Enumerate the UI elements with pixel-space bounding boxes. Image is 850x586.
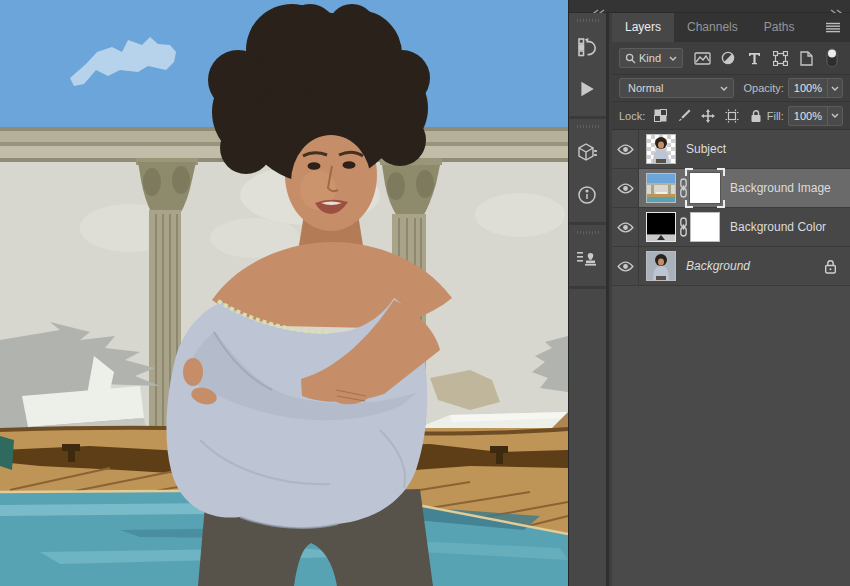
blend-mode-row: Normal Opacity: 100% (612, 75, 850, 102)
blend-mode-select[interactable]: Normal (619, 78, 734, 98)
strip-group-1 (569, 13, 606, 119)
tab-channels[interactable]: Channels (674, 13, 751, 42)
filter-shape-layers-icon[interactable] (769, 47, 791, 69)
lock-buttons (651, 107, 765, 125)
layer-row-background[interactable]: Background (612, 247, 850, 286)
layer-thumbnail-background-image[interactable] (646, 173, 676, 203)
info-panel-icon[interactable] (569, 174, 605, 216)
mask-link-icon[interactable] (676, 217, 690, 237)
layer-row-subject[interactable]: Subject (612, 130, 850, 169)
collapsed-panel-strip (569, 13, 609, 586)
search-icon (625, 53, 636, 64)
filter-smart-objects-icon[interactable] (795, 47, 817, 69)
lock-transparency-icon[interactable] (651, 107, 669, 125)
actions-panel-icon[interactable] (569, 68, 605, 110)
dock-header (569, 0, 850, 13)
opacity-label: Opacity: (744, 82, 784, 94)
blend-mode-value: Normal (625, 82, 720, 94)
chevron-down-icon[interactable] (827, 107, 842, 125)
drag-handle[interactable] (577, 19, 599, 22)
layer-thumbnail-background[interactable] (646, 251, 676, 281)
strip-group-3 (569, 225, 606, 289)
fill-value: 100% (789, 107, 827, 125)
opacity-value: 100% (789, 79, 827, 97)
fill-label: Fill: (767, 110, 784, 122)
layer-filter-row: Kind (612, 42, 850, 75)
layers-list: Subject (612, 130, 850, 586)
filter-type-icons (691, 47, 843, 69)
filter-adjustment-layers-icon[interactable] (717, 47, 739, 69)
lock-row: Lock: (612, 102, 850, 130)
visibility-eye-icon[interactable] (612, 247, 639, 285)
document-canvas[interactable] (0, 0, 568, 586)
tab-paths[interactable]: Paths (751, 13, 808, 42)
fill-layer-slider (647, 234, 675, 241)
panel-tab-bar: Layers Channels Paths (612, 13, 850, 42)
filter-kind-select[interactable]: Kind (619, 48, 683, 68)
opacity-combo[interactable]: 100% (788, 78, 843, 98)
layer-lock-icon[interactable] (824, 259, 837, 274)
layer-mask-background-image[interactable] (690, 173, 720, 203)
strip-group-2 (569, 119, 606, 225)
layer-thumbnail-subject[interactable] (646, 134, 676, 164)
chevron-down-icon (720, 86, 728, 91)
layer-row-background-image[interactable]: Background Image (612, 169, 850, 208)
layer-mask-background-color[interactable] (690, 212, 720, 242)
filter-pixel-layers-icon[interactable] (691, 47, 713, 69)
fill-combo[interactable]: 100% (788, 106, 843, 126)
lock-position-icon[interactable] (699, 107, 717, 125)
chevron-down-icon (669, 56, 677, 61)
lock-all-icon[interactable] (747, 107, 765, 125)
3d-panel-icon[interactable] (569, 132, 605, 174)
layer-name: Background Color (730, 220, 826, 234)
drag-handle[interactable] (577, 125, 599, 128)
mask-link-icon[interactable] (676, 178, 690, 198)
layer-row-background-color[interactable]: Background Color (612, 208, 850, 247)
visibility-eye-icon[interactable] (612, 208, 639, 246)
visibility-eye-icon[interactable] (612, 130, 639, 168)
chevron-down-icon[interactable] (827, 79, 842, 97)
tab-layers[interactable]: Layers (612, 13, 674, 42)
filter-kind-value: Kind (636, 52, 669, 64)
layer-name: Background (686, 259, 750, 273)
lock-artboard-icon[interactable] (723, 107, 741, 125)
lock-image-pixels-icon[interactable] (675, 107, 693, 125)
layers-panel: Layers Channels Paths Kind (612, 13, 850, 586)
lock-label: Lock: (619, 110, 645, 122)
clone-source-panel-icon[interactable] (569, 238, 605, 280)
drag-handle[interactable] (577, 231, 599, 234)
panel-menu-icon[interactable] (816, 13, 850, 42)
layer-thumbnail-background-color[interactable] (646, 212, 676, 242)
history-panel-icon[interactable] (569, 26, 605, 68)
layer-name: Subject (686, 142, 726, 156)
photoshop-window: Layers Channels Paths Kind (0, 0, 850, 586)
composite-artwork (0, 0, 568, 586)
filter-type-layers-icon[interactable] (743, 47, 765, 69)
layer-name: Background Image (730, 181, 831, 195)
panel-dock: Layers Channels Paths Kind (568, 0, 850, 586)
visibility-eye-icon[interactable] (612, 169, 639, 207)
layer-filter-toggle[interactable] (821, 47, 843, 69)
